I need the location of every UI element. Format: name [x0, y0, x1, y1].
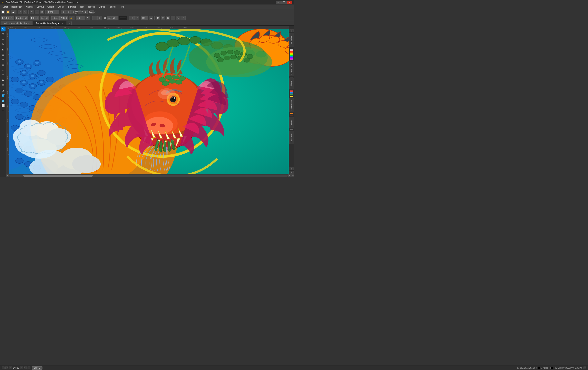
zoom-input[interactable]: [47, 10, 59, 14]
grid-button[interactable]: ⊟: [66, 10, 71, 14]
menu-extras[interactable]: Extras: [97, 5, 106, 8]
y-position-input[interactable]: [15, 16, 28, 20]
import-button[interactable]: ⬇: [35, 10, 39, 14]
yellow-swatch[interactable]: [290, 96, 293, 97]
redo-button[interactable]: ↪: [23, 10, 27, 14]
hscroll-track[interactable]: [9, 175, 288, 177]
pages-panel-button[interactable]: Seiten: [289, 117, 294, 128]
menu-datei[interactable]: Datei: [1, 5, 9, 8]
menu-fenster[interactable]: Fenster: [107, 5, 118, 8]
polygon-tool-button[interactable]: ⬡: [1, 73, 6, 77]
hints-panel-button[interactable]: Hinweise: [289, 33, 294, 47]
zoom-tool-button[interactable]: +: [1, 108, 6, 113]
scroll-right-button[interactable]: ►: [288, 174, 291, 177]
snap-button[interactable]: ⊠: [71, 10, 76, 14]
menu-layout[interactable]: Layout: [35, 5, 45, 8]
export-panel-button[interactable]: Exportieren: [289, 131, 294, 144]
canvas-area[interactable]: [9, 29, 289, 174]
start-arrow-button[interactable]: —▾: [129, 16, 134, 20]
smart-fill-button2[interactable]: ✦: [171, 16, 175, 20]
panel-scroll-down-button[interactable]: ▼: [290, 168, 294, 170]
rotate-cw-button[interactable]: ↻: [85, 16, 90, 20]
arrow-size-up-button[interactable]: ▲: [149, 16, 153, 20]
crop-tool-button[interactable]: ⊕: [1, 37, 6, 42]
save-button[interactable]: 💾: [11, 10, 16, 14]
stroke-width-input[interactable]: [107, 16, 118, 20]
pdf-button[interactable]: PDF: [40, 10, 44, 14]
minimize-button[interactable]: ─: [276, 1, 281, 4]
y2-input[interactable]: [40, 16, 49, 20]
menu-objekt[interactable]: Objekt: [46, 5, 55, 8]
menu-bearbeiten[interactable]: Bearbeiten: [10, 5, 24, 8]
shadow-tool-button[interactable]: ◑: [1, 88, 6, 93]
settings-button[interactable]: ⚙: [83, 10, 88, 14]
tab-dragon[interactable]: Firman Hatibu – Dragon... ✕: [33, 21, 67, 25]
x-position-input[interactable]: [1, 16, 14, 20]
freehand-tool-button[interactable]: ✎: [1, 42, 6, 47]
svg-text:1250: 1250: [183, 27, 187, 28]
undo-button[interactable]: ↩: [18, 10, 22, 14]
export-button[interactable]: ⬆: [30, 10, 34, 14]
horizontal-scrollbar[interactable]: ◄ ► ⊕: [6, 174, 294, 177]
width-input[interactable]: [52, 16, 60, 20]
ellipse-tool-button[interactable]: ○: [1, 67, 6, 72]
svg-point-97: [31, 75, 34, 77]
node-tool-button[interactable]: ⊡: [1, 32, 6, 37]
menu-ansicht[interactable]: Ansicht: [24, 5, 35, 8]
smartfill-tool-button[interactable]: ◩: [1, 47, 6, 52]
text-tool-button[interactable]: A: [1, 78, 6, 83]
x2-input[interactable]: [30, 16, 39, 20]
zoom-to-fit-button[interactable]: ⊕: [291, 174, 294, 177]
stroke-color-button[interactable]: [119, 16, 127, 20]
interactive-tool-button[interactable]: ⬜: [1, 103, 6, 108]
scroll-left-button[interactable]: ◄: [6, 174, 9, 177]
mirror-h-button[interactable]: ↔: [92, 16, 97, 20]
rect-tool-button[interactable]: ▭: [1, 62, 6, 67]
hscroll-thumb[interactable]: [23, 175, 93, 177]
mirror-v-button[interactable]: ↕: [97, 16, 102, 20]
lock-ratio-button[interactable]: 🔓: [69, 16, 74, 20]
maximize-button[interactable]: ❐: [281, 1, 287, 4]
plus-button[interactable]: +: [181, 16, 186, 20]
tab-welcome[interactable]: Willkommensbildschirm ✕: [1, 21, 32, 25]
height-input[interactable]: [60, 16, 68, 20]
table-tool-button[interactable]: ⊞: [1, 83, 6, 88]
pencil-tool-button[interactable]: ✏: [1, 57, 6, 62]
menu-bitmaps[interactable]: Bitmaps: [67, 5, 78, 8]
properties-panel-button[interactable]: Eigenschaften: [289, 61, 294, 76]
new-button[interactable]: 📄: [1, 10, 5, 14]
eyedropper-tool-button[interactable]: 💧: [1, 98, 6, 103]
green-swatch[interactable]: [290, 94, 293, 95]
red-swatch[interactable]: [290, 90, 293, 92]
grid-snap-button[interactable]: ⊞: [166, 16, 170, 20]
close-button[interactable]: ✕: [287, 1, 292, 4]
color-spectrum-button[interactable]: [290, 48, 293, 60]
open-button[interactable]: 📂: [6, 10, 10, 14]
panel-scroll-up-button[interactable]: ▲: [290, 29, 294, 32]
align-dropdown-button[interactable]: Ausrichten an▾: [78, 10, 83, 14]
snap-nodes-button[interactable]: ⊕: [161, 16, 165, 20]
para-button[interactable]: ⬡: [176, 16, 180, 20]
dimension-tool-button[interactable]: ⊟: [1, 52, 6, 57]
objects-panel-button[interactable]: Objekte: [289, 78, 294, 89]
menu-text[interactable]: Text: [78, 5, 86, 8]
tab-dragon-close[interactable]: ✕: [62, 22, 64, 24]
view-mode-button[interactable]: ⊞: [61, 10, 65, 14]
svg-point-143: [217, 58, 224, 62]
end-arrow-button[interactable]: —▾: [134, 16, 139, 20]
angle-input[interactable]: [76, 16, 85, 20]
menu-hilfe[interactable]: Hilfe: [118, 5, 126, 8]
menu-effekte[interactable]: Effekte: [56, 5, 66, 8]
menu-tabelle[interactable]: Tabelle: [86, 5, 96, 8]
arrow-size-input[interactable]: [141, 16, 148, 20]
select-tool-button[interactable]: ↖: [1, 27, 6, 32]
add-panel-button[interactable]: +: [290, 171, 294, 174]
tab-welcome-close[interactable]: ✕: [28, 22, 30, 24]
svg-point-68: [11, 99, 19, 104]
start-dropdown-button[interactable]: Starten▾: [90, 10, 94, 14]
add-tab-button[interactable]: +: [68, 21, 72, 25]
fill-tool-button[interactable]: 🪣: [1, 93, 6, 98]
node-shape-button[interactable]: ⬟: [156, 16, 160, 20]
comments-panel-button[interactable]: Kommentare: [289, 98, 294, 112]
blue-swatch[interactable]: [290, 92, 293, 94]
